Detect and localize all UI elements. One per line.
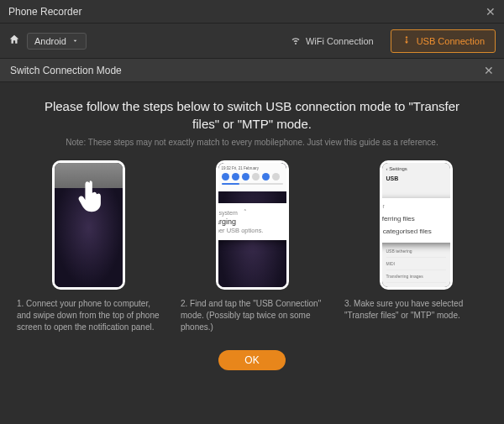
ok-button[interactable]: OK bbox=[218, 350, 286, 370]
step-3: ‹ Settings USB Use USB for Transferring … bbox=[344, 160, 487, 345]
step-1-text: 1. Connect your phone to computer, and s… bbox=[17, 298, 160, 345]
wifi-icon bbox=[291, 35, 301, 47]
usb-notification-card: Android system ˄ USB charging Tap for ot… bbox=[216, 203, 289, 240]
opt-read: Read categorised files bbox=[380, 228, 432, 235]
wifi-label: WiFi Connection bbox=[306, 36, 374, 46]
device-select[interactable]: Android bbox=[27, 33, 87, 50]
notif-title: USB charging bbox=[216, 217, 289, 226]
wifi-connection-button[interactable]: WiFi Connection bbox=[281, 30, 384, 52]
settings-list: USB tethering MIDI Transferring images C… bbox=[386, 245, 446, 290]
usb-icon bbox=[402, 35, 412, 47]
window-close-icon[interactable]: ✕ bbox=[486, 5, 496, 18]
step-3-text: 3. Make sure you have selected "Transfer… bbox=[344, 298, 487, 345]
step-2-text: 2. Find and tap the "USB Connection" mod… bbox=[181, 298, 323, 345]
usb-label: USB Connection bbox=[417, 36, 485, 46]
notif-system: Android system bbox=[216, 210, 238, 216]
app-title: Phone Recorder bbox=[8, 6, 486, 18]
step-2: 19:32 Fri, 21 February Android system ˄ … bbox=[181, 160, 323, 345]
modal-header: Switch Connection Mode ✕ bbox=[0, 59, 504, 82]
settings-title: USB bbox=[386, 175, 446, 181]
step-1: 1. Connect your phone to computer, and s… bbox=[17, 160, 160, 345]
chevron-down-icon bbox=[71, 36, 79, 46]
modal-content: Please follow the steps below to switch … bbox=[0, 82, 504, 379]
usb-options-card: Use USB for Transferring files Read cate… bbox=[380, 198, 453, 243]
usb-card-header: Use USB for bbox=[380, 203, 453, 209]
device-label: Android bbox=[34, 36, 66, 46]
notif-date: 19:32 Fri, 21 February bbox=[222, 166, 283, 170]
home-icon[interactable] bbox=[8, 34, 20, 48]
modal-headline: Please follow the steps below to switch … bbox=[17, 97, 487, 133]
usb-connection-button[interactable]: USB Connection bbox=[391, 29, 496, 53]
phone-illustration-2: 19:32 Fri, 21 February Android system ˄ … bbox=[216, 160, 289, 290]
modal-close-icon[interactable]: ✕ bbox=[484, 64, 494, 77]
swipe-hand-icon bbox=[77, 178, 106, 213]
opt-transfer: Transferring files bbox=[380, 215, 415, 222]
steps-row: 1. Connect your phone to computer, and s… bbox=[17, 160, 487, 345]
modal-title: Switch Connection Mode bbox=[10, 65, 122, 76]
titlebar: Phone Recorder ✕ bbox=[0, 0, 504, 24]
phone-illustration-3: ‹ Settings USB Use USB for Transferring … bbox=[380, 160, 453, 290]
toolbar: Android WiFi Connection USB Connection bbox=[0, 24, 504, 59]
phone-illustration-1 bbox=[52, 160, 125, 290]
modal-note: Note: These steps may not exactly match … bbox=[17, 138, 487, 147]
notif-sub: Tap for other USB options. bbox=[216, 227, 289, 234]
settings-back: ‹ Settings bbox=[386, 166, 446, 171]
